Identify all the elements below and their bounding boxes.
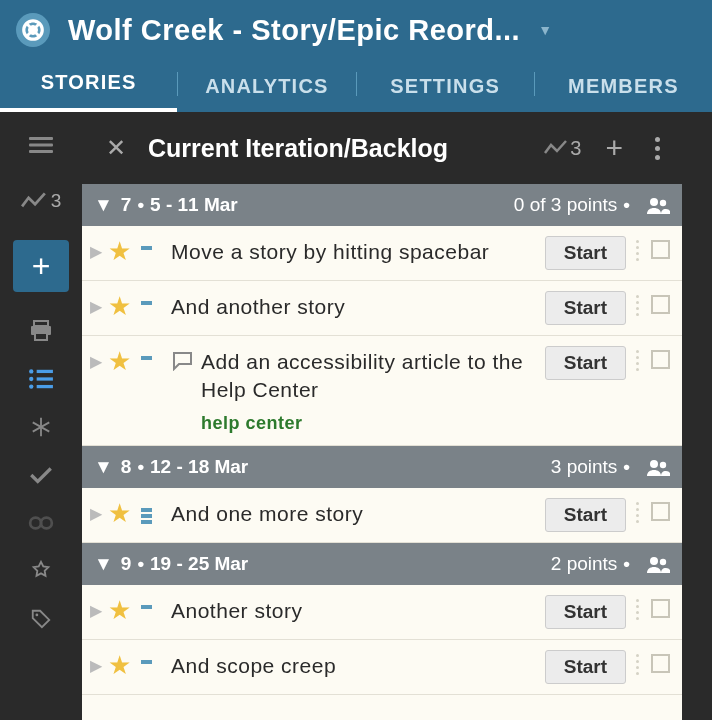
- project-title[interactable]: Wolf Creek - Story/Epic Reord...: [68, 14, 520, 47]
- svg-point-17: [36, 614, 39, 617]
- collapse-icon[interactable]: ▼: [94, 553, 113, 575]
- story-row[interactable]: ▶★And scope creepStart: [82, 640, 682, 695]
- iteration-header[interactable]: ▼7•5 - 11 Mar0 of 3 points•: [82, 184, 682, 226]
- tab-members[interactable]: MEMBERS: [535, 63, 712, 112]
- start-button[interactable]: Start: [545, 236, 626, 270]
- start-button[interactable]: Start: [545, 291, 626, 325]
- tab-analytics[interactable]: ANALYTICS: [178, 63, 355, 112]
- svg-rect-2: [29, 150, 53, 153]
- story-row[interactable]: ▶★Add an accessibility article to the He…: [82, 336, 682, 446]
- story-label[interactable]: help center: [201, 411, 537, 435]
- svg-rect-3: [34, 321, 48, 326]
- select-checkbox[interactable]: [651, 599, 670, 618]
- svg-point-21: [660, 462, 666, 468]
- sidebar-done-icon[interactable]: [11, 452, 71, 498]
- story-row[interactable]: ▶★Move a story by hitting spacebarStart: [82, 226, 682, 281]
- collapse-icon[interactable]: ▼: [94, 194, 113, 216]
- star-icon[interactable]: ★: [108, 236, 131, 267]
- select-checkbox[interactable]: [651, 654, 670, 673]
- expand-icon[interactable]: ▶: [90, 352, 102, 371]
- svg-rect-11: [37, 385, 53, 388]
- story-row[interactable]: ▶★Another storyStart: [82, 585, 682, 640]
- star-icon[interactable]: ★: [108, 291, 131, 322]
- nav-tabs: STORIES ANALYTICS SETTINGS MEMBERS: [0, 56, 712, 112]
- sidebar-list-icon[interactable]: [11, 356, 71, 402]
- estimate-icon[interactable]: [141, 301, 161, 305]
- tab-stories[interactable]: STORIES: [0, 59, 177, 112]
- story-title: Another story: [171, 595, 537, 625]
- svg-rect-5: [35, 333, 47, 340]
- star-icon[interactable]: ★: [108, 346, 131, 377]
- start-button[interactable]: Start: [545, 346, 626, 380]
- team-icon[interactable]: [646, 196, 670, 214]
- estimate-icon[interactable]: [141, 246, 161, 250]
- sidebar-snowflake-icon[interactable]: [11, 404, 71, 450]
- estimate-icon[interactable]: [141, 356, 161, 360]
- drag-handle-icon[interactable]: [636, 654, 639, 675]
- drag-handle-icon[interactable]: [636, 350, 639, 371]
- backlog-panel: ✕ Current Iteration/Backlog 3 + ▼7•5 - 1…: [82, 112, 682, 720]
- star-icon[interactable]: ★: [108, 650, 131, 681]
- iteration-header[interactable]: ▼8•12 - 18 Mar3 points•: [82, 446, 682, 488]
- comment-icon[interactable]: [171, 351, 193, 375]
- team-icon[interactable]: [646, 555, 670, 573]
- panel-velocity[interactable]: 3: [544, 137, 581, 160]
- drag-handle-icon[interactable]: [636, 599, 639, 620]
- star-icon[interactable]: ★: [108, 595, 131, 626]
- star-icon[interactable]: ★: [108, 498, 131, 529]
- collapse-icon[interactable]: ▼: [94, 456, 113, 478]
- expand-icon[interactable]: ▶: [90, 656, 102, 675]
- expand-icon[interactable]: ▶: [90, 242, 102, 261]
- app-logo[interactable]: [16, 13, 50, 47]
- select-checkbox[interactable]: [651, 502, 670, 521]
- select-checkbox[interactable]: [651, 350, 670, 369]
- story-row[interactable]: ▶★And another storyStart: [82, 281, 682, 336]
- sidebar-panels-icon[interactable]: [11, 122, 71, 168]
- drag-handle-icon[interactable]: [636, 502, 639, 523]
- svg-point-20: [650, 460, 658, 468]
- tab-settings[interactable]: SETTINGS: [357, 63, 534, 112]
- project-dropdown-icon[interactable]: ▼: [538, 22, 552, 38]
- sidebar-blocked-icon[interactable]: [11, 500, 71, 546]
- estimate-icon[interactable]: [141, 605, 161, 609]
- start-button[interactable]: Start: [545, 498, 626, 532]
- start-button[interactable]: Start: [545, 595, 626, 629]
- team-icon[interactable]: [646, 458, 670, 476]
- story-title: Move a story by hitting spacebar: [171, 236, 537, 266]
- estimate-icon[interactable]: [141, 660, 161, 664]
- drag-handle-icon[interactable]: [636, 240, 639, 261]
- svg-rect-0: [29, 137, 53, 140]
- story-row[interactable]: ▶★And one more storyStart: [82, 488, 682, 543]
- story-title: And one more story: [171, 498, 537, 528]
- app-header: Wolf Creek - Story/Epic Reord... ▼ STORI…: [0, 0, 712, 112]
- sidebar-add-button[interactable]: +: [13, 240, 69, 292]
- estimate-icon[interactable]: [141, 508, 161, 524]
- drag-handle-icon[interactable]: [636, 295, 639, 316]
- sidebar-labels-icon[interactable]: [11, 596, 71, 642]
- select-checkbox[interactable]: [651, 295, 670, 314]
- iteration-points: 3 points: [551, 456, 618, 478]
- expand-icon[interactable]: ▶: [90, 601, 102, 620]
- iteration-points: 2 points: [551, 553, 618, 575]
- svg-point-16: [41, 518, 52, 529]
- svg-point-8: [29, 377, 33, 381]
- sidebar-velocity[interactable]: 3: [11, 178, 71, 224]
- add-story-icon[interactable]: +: [593, 131, 635, 165]
- svg-point-23: [660, 559, 666, 565]
- iteration-header[interactable]: ▼9•19 - 25 Mar2 points•: [82, 543, 682, 585]
- svg-point-19: [660, 200, 666, 206]
- iteration-label: 8•12 - 18 Mar: [121, 456, 551, 478]
- sidebar-print-icon[interactable]: [11, 308, 71, 354]
- sidebar-epics-icon[interactable]: [11, 548, 71, 594]
- svg-point-6: [29, 369, 33, 373]
- select-checkbox[interactable]: [651, 240, 670, 259]
- iteration-label: 7•5 - 11 Mar: [121, 194, 514, 216]
- start-button[interactable]: Start: [545, 650, 626, 684]
- expand-icon[interactable]: ▶: [90, 297, 102, 316]
- svg-rect-7: [37, 370, 53, 373]
- svg-point-18: [650, 198, 658, 206]
- close-icon[interactable]: ✕: [96, 126, 136, 170]
- story-title: Add an accessibility article to the Help…: [201, 346, 537, 435]
- panel-menu-icon[interactable]: [647, 137, 668, 160]
- expand-icon[interactable]: ▶: [90, 504, 102, 523]
